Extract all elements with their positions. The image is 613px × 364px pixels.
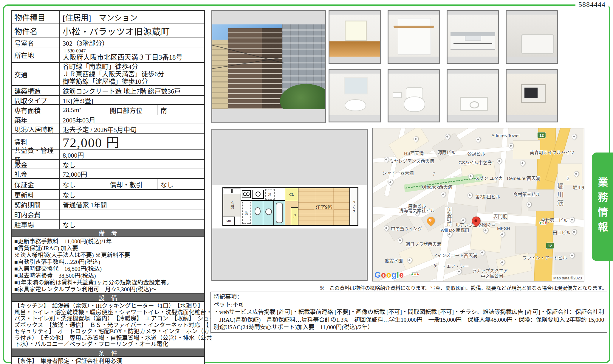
floorplan-main-room: 洋室9帖 <box>298 188 349 225</box>
disclaimer-note: ※ この資料は物件の概略紹介資料になります。写真、間取図面、設備、概要などが現況… <box>319 284 607 291</box>
map-pois: HS西天満源蔵ビル公冠ビルAdmres Tower南森町ロイヤルハイツミヤレジデ… <box>373 128 584 281</box>
address: 大阪府大阪市北区西天満３丁目3番18号 <box>63 54 183 61</box>
map-pin-icon <box>440 191 447 198</box>
map-pin-icon <box>571 133 578 140</box>
location-map: Ψ HS西天満源蔵ビル公冠ビルAdmres Tower南森町ロイヤルハイツミヤレ… <box>372 128 584 281</box>
remark-line: ■賃貸保証(JRAC) 加入要 <box>14 245 202 252</box>
map-label: HS西天満 <box>404 150 424 156</box>
toilet-bowl <box>404 97 425 112</box>
floorplan-closet-section: CL CL <box>285 188 298 225</box>
remark-line: ※法人様相談(大手法人は不要) ※更新料不要 <box>14 252 202 259</box>
laundry-space-image <box>448 74 498 115</box>
row-label: 築年 <box>12 115 60 124</box>
row-value: 302（3階部分） <box>60 38 204 47</box>
row-label: 駐車場 <box>12 220 60 229</box>
balcony-label: ベランダ <box>349 188 357 225</box>
route-badge: 12 <box>546 243 554 249</box>
row-label: 償却・敷引 <box>107 179 157 189</box>
map-pin-icon <box>571 228 578 235</box>
row-label: 所在地 <box>12 47 60 62</box>
map-label: 堀川筋 <box>555 183 564 208</box>
photo-intercom <box>506 69 558 122</box>
row-value: [住居用] マンション <box>60 11 204 24</box>
special-notes-box: 特記事項： ペット:不可 ・webサービス広告掲載 [許可]・転載事前連絡 [不… <box>210 292 607 333</box>
row-value: 〒530-0047 大阪府大阪市北区西天満３丁目3番18号 <box>60 47 204 62</box>
property-table: 物件種目 [住居用] マンション 物件名 小松・パラッツオ旧源蔵町 号室名 30… <box>11 10 205 364</box>
map-label: 廣瀬ビル <box>408 202 426 209</box>
equipment-header: 設 備 <box>12 294 204 302</box>
photo-bathroom <box>506 10 558 64</box>
condition-line: 【条件】 単身者限定・保証会社利用必須 <box>14 358 202 364</box>
row-value: なし <box>60 160 204 169</box>
map-pin-icon <box>383 225 390 232</box>
stove-icon <box>242 190 251 198</box>
kitchen-row: 冷 <box>241 188 285 201</box>
row-label: 共益費・管理費 <box>12 150 60 159</box>
map-label: 2 <box>566 176 569 181</box>
map-pin-icon <box>397 237 404 244</box>
row-label: 交通 <box>12 63 60 85</box>
remark-line: ■入居時鍵交換代 16,500円(税込) <box>14 265 202 272</box>
fridge-label: 冷 <box>265 189 275 200</box>
kitchen-image <box>448 15 498 57</box>
row-label: 建築構造 <box>12 86 60 95</box>
google-logo-letter: o <box>381 270 386 279</box>
map-pin-icon <box>573 170 580 178</box>
row-value: 普通借家 1年間 <box>60 200 204 209</box>
row-value: なし <box>60 179 107 189</box>
table-row: 駐車場 なし <box>12 220 204 229</box>
remark-line: ■退去時清掃費 38,500円(税込) <box>14 272 202 279</box>
row-label: 号室名 <box>12 38 60 47</box>
equipment-line: ラ付き） 【その他】 専用ごみ置場・自転車置場・水道（公営）・排水（公共 <box>14 335 202 341</box>
map-pin-icon <box>496 157 503 164</box>
photo-building-exterior <box>211 10 326 123</box>
cabinet-handle <box>453 43 492 44</box>
map-pin-icon <box>406 256 413 264</box>
table-row: 建築構造 鉄筋コンクリート造 地上7階 総戸数36戸 <box>12 86 204 96</box>
intercom-image <box>507 74 557 115</box>
conditions-block: 【条件】 単身者限定・保証会社利用必須 <box>12 357 204 364</box>
map-label: 7 <box>433 172 435 177</box>
floorplan-entrance-section: 玄関 MB <box>223 188 241 225</box>
special-note-line: ペット:不可 <box>213 301 604 309</box>
transit-line: ＪＲ東西線「大阪天満宮」徒歩6分 <box>63 70 164 78</box>
row-value: 谷町線「南森町」徒歩4分 ＪＲ東西線「大阪天満宮」徒歩6分 御堂筋線「淀屋橋」徒… <box>60 63 204 85</box>
transit-line: 谷町線「南森町」徒歩4分 <box>63 63 138 70</box>
row-value: 南 <box>157 105 204 115</box>
row-label: 専有面積 <box>12 105 60 115</box>
laundry-pan <box>460 97 488 111</box>
map-pin-icon <box>525 201 532 208</box>
business-info-tab[interactable]: 業務情報 <box>592 153 613 261</box>
row-value: 28.5m² <box>60 105 107 115</box>
row-value: 小松・パラッツオ旧源蔵町 <box>60 24 204 38</box>
equipment-line: 下水）・バルコニー／ベランダ・フローリング・オール電化 <box>14 341 202 348</box>
row-value: なし <box>157 179 204 189</box>
map-label: 今村第三ビル <box>513 191 540 197</box>
table-row: 礼金 72,000円 <box>12 169 204 179</box>
wet-row: 洗 <box>241 201 285 225</box>
floorplan-drawing: 玄関 MB 冷 洗 CL CL 洋室9帖 ベランダ <box>222 187 358 226</box>
special-note-line: JRAC(月額保証) 月額保証料…賃料等合計の1.3% 初回保証料…学生10,0… <box>213 316 604 324</box>
table-row: 共益費・管理費 8,000円 <box>12 150 204 160</box>
map-pin-icon <box>383 156 390 163</box>
map-label: 旅館水園 <box>385 257 403 263</box>
map-label: ミヤレジデンス西天満 <box>389 157 434 164</box>
bathroom-image <box>507 15 557 57</box>
special-note-line: 特記事項： <box>213 293 604 301</box>
bathtub <box>521 34 554 54</box>
shoe-boxes <box>223 188 241 194</box>
photo-kitchen <box>447 10 499 64</box>
closet-image <box>388 15 439 57</box>
table-row: 物件種目 [住居用] マンション <box>12 11 204 24</box>
table-row: 更新料 なし <box>12 190 204 200</box>
row-label: 敷金 <box>12 160 60 169</box>
table-row: 契約期間 普通借家 1年間 <box>12 200 204 209</box>
document-serial-number: 5884444 <box>575 1 609 9</box>
equipment-line: 風呂・トイレ・浴室乾燥機・暖房便座・シャワートイレ・洗髪洗面化粧台・ <box>14 309 202 316</box>
table-row: 号室名 302（3階部分） <box>12 38 204 47</box>
map-label: Admres Tower <box>491 133 520 138</box>
transit-line: 御堂筋線「淀屋橋」徒歩10分 <box>63 78 148 85</box>
row-label: 現況/入居時期 <box>12 124 60 133</box>
special-note-line: ・webサービス広告掲載 [許可]・転載事前連絡 [不要]・画像の転載 [不可]… <box>213 308 604 316</box>
remark-line: ■家具家電レンタルプラン利用可 月々3,300円(税込)～ <box>14 286 202 293</box>
